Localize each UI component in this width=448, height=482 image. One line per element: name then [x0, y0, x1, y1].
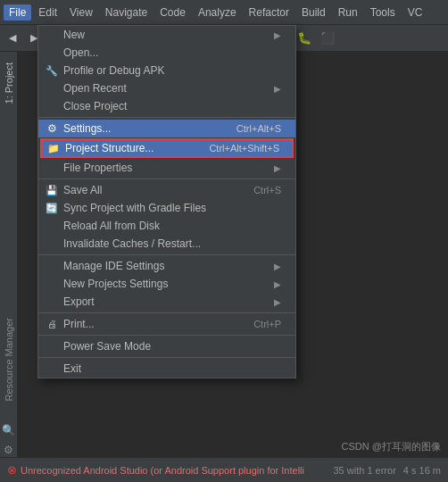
project-sidebar: 1: Project Resource Manager 🔍 ⚙: [0, 52, 18, 457]
menu-file-properties-label: File Properties: [63, 162, 132, 174]
menu-item-run[interactable]: Run: [333, 4, 363, 21]
menu-item-navigate[interactable]: Navigate: [100, 4, 153, 21]
error-icon: ⊗: [7, 463, 17, 477]
menu-profile-debug-label: Profile or Debug APK: [63, 64, 164, 77]
menu-invalidate-label: Invalidate Caches / Restart...: [63, 237, 201, 250]
project-structure-icon: 📁: [47, 142, 60, 154]
new-icon: [46, 29, 58, 41]
file-dropdown-menu: New ▶ Open... 🔧 Profile or Debug APK Ope…: [37, 25, 296, 378]
stop-button[interactable]: ⬛: [318, 29, 337, 48]
close-project-icon: [46, 100, 58, 112]
menu-sync-gradle-label: Sync Project with Gradle Files: [63, 202, 206, 214]
print-icon: 🖨: [46, 318, 58, 330]
menu-settings-label: Settings...: [63, 122, 111, 135]
menu-item-code[interactable]: Code: [154, 4, 191, 21]
manage-ide-arrow: ▶: [274, 262, 281, 271]
menu-item-view[interactable]: View: [64, 4, 98, 21]
print-shortcut: Ctrl+P: [236, 319, 281, 329]
menu-new-label: New: [63, 29, 85, 41]
separator-4: [38, 312, 295, 313]
open-icon: [46, 46, 58, 59]
menu-item-edit[interactable]: Edit: [33, 4, 62, 21]
menu-item-build[interactable]: Build: [296, 4, 331, 21]
separator-2: [38, 179, 295, 179]
menu-exit-label: Exit: [63, 362, 81, 375]
menu-reload-disk-label: Reload All from Disk: [63, 220, 160, 232]
project-structure-shortcut: Ctrl+Alt+Shift+S: [191, 143, 279, 154]
save-all-shortcut: Ctrl+S: [236, 185, 281, 195]
separator-3: [38, 254, 295, 255]
menu-settings[interactable]: ⚙ Settings... Ctrl+Alt+S: [38, 120, 295, 137]
new-projects-icon: [46, 278, 58, 290]
settings-shortcut: Ctrl+Alt+S: [219, 123, 281, 134]
toolbar-back-icon[interactable]: ◀: [4, 29, 21, 47]
separator-1: [38, 117, 295, 118]
watermark-line1: CSDN @打耳洞的图像: [342, 440, 441, 453]
invalidate-icon: [46, 237, 58, 250]
manage-ide-icon: [46, 260, 58, 272]
profile-debug-icon: 🔧: [46, 64, 58, 77]
menu-open-label: Open...: [63, 46, 98, 59]
menu-invalidate[interactable]: Invalidate Caches / Restart...: [38, 235, 295, 253]
menu-open-recent-label: Open Recent: [63, 82, 127, 95]
menu-new-projects[interactable]: New Projects Settings ▶: [38, 275, 295, 293]
resource-manager-tab[interactable]: Resource Manager: [2, 314, 16, 405]
exit-icon: [46, 362, 58, 375]
menu-profile-debug[interactable]: 🔧 Profile or Debug APK: [38, 62, 295, 79]
sync-gradle-icon: 🔄: [46, 202, 58, 214]
menu-sync-gradle[interactable]: 🔄 Sync Project with Gradle Files: [38, 199, 295, 217]
menu-export-label: Export: [63, 295, 95, 308]
menu-open-recent[interactable]: Open Recent ▶: [38, 79, 295, 97]
menu-manage-ide[interactable]: Manage IDE Settings ▶: [38, 257, 295, 275]
watermark: CSDN @打耳洞的图像: [342, 440, 441, 453]
menu-item-vc[interactable]: VC: [402, 4, 428, 21]
menu-item-tools[interactable]: Tools: [365, 4, 401, 21]
new-projects-arrow: ▶: [274, 279, 281, 289]
menu-save-all[interactable]: 💾 Save All Ctrl+S: [38, 181, 295, 199]
menu-print-label: Print...: [63, 318, 95, 330]
menu-export[interactable]: Export ▶: [38, 293, 295, 311]
menu-power-save[interactable]: Power Save Mode: [38, 337, 295, 355]
menu-bar: File Edit View Navigate Code Analyze Ref…: [0, 0, 448, 25]
menu-reload-disk[interactable]: Reload All from Disk: [38, 217, 295, 235]
menu-close-project[interactable]: Close Project: [38, 97, 295, 115]
reload-disk-icon: [46, 220, 58, 232]
power-save-icon: [46, 340, 58, 353]
sidebar-gear-icon[interactable]: ⚙: [2, 443, 16, 457]
separator-6: [38, 357, 295, 358]
status-right-text: 35 with 1 error: [334, 465, 396, 476]
file-properties-arrow: ▶: [274, 163, 281, 173]
save-all-icon: 💾: [46, 184, 58, 196]
project-tab[interactable]: 1: Project: [2, 59, 16, 107]
separator-5: [38, 335, 295, 336]
status-time-text: 4 s 16 m: [403, 465, 441, 476]
menu-project-structure-label: Project Structure...: [65, 142, 153, 154]
menu-new-projects-label: New Projects Settings: [63, 278, 168, 290]
menu-new[interactable]: New ▶: [38, 26, 295, 44]
open-recent-icon: [46, 82, 58, 95]
status-bar: ⊗ Unrecognized Android Studio (or Androi…: [0, 457, 448, 482]
file-properties-icon: [46, 162, 58, 174]
menu-item-file[interactable]: File: [4, 4, 31, 21]
menu-save-all-label: Save All: [63, 184, 102, 196]
menu-file-properties[interactable]: File Properties ▶: [38, 159, 295, 177]
new-arrow: ▶: [274, 30, 281, 40]
menu-exit[interactable]: Exit: [38, 360, 295, 378]
settings-icon: ⚙: [46, 122, 58, 135]
open-recent-arrow: ▶: [274, 84, 281, 94]
menu-close-project-label: Close Project: [63, 100, 127, 112]
menu-project-structure[interactable]: 📁 Project Structure... Ctrl+Alt+Shift+S: [40, 138, 294, 158]
status-error-text: Unrecognized Android Studio (or Android …: [21, 465, 304, 476]
menu-item-analyze[interactable]: Analyze: [193, 4, 242, 21]
menu-bar-items: File Edit View Navigate Code Analyze Ref…: [4, 4, 427, 21]
menu-item-refactor[interactable]: Refactor: [244, 4, 295, 21]
export-arrow: ▶: [274, 297, 281, 307]
status-error-area: ⊗ Unrecognized Android Studio (or Androi…: [7, 463, 327, 477]
menu-power-save-label: Power Save Mode: [63, 340, 151, 353]
menu-manage-ide-label: Manage IDE Settings: [63, 260, 164, 272]
debug-button[interactable]: 🐛: [295, 29, 314, 48]
menu-print[interactable]: 🖨 Print... Ctrl+P: [38, 315, 295, 333]
menu-open[interactable]: Open...: [38, 44, 295, 62]
export-icon: [46, 295, 58, 308]
sidebar-search-icon[interactable]: 🔍: [2, 423, 16, 437]
